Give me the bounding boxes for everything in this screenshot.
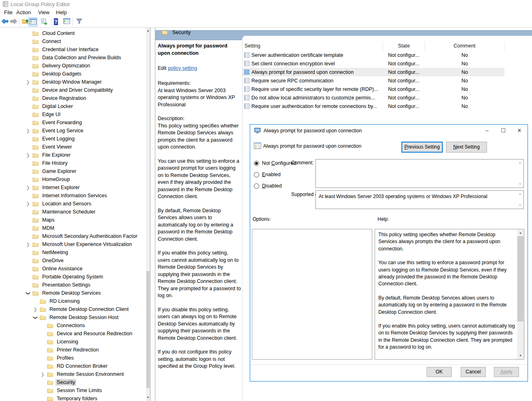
options-box[interactable] <box>252 229 372 360</box>
comment-scroll-arrows[interactable]: ▲▼ <box>517 160 523 187</box>
supported-on-field[interactable]: At least Windows Server 2003 operating s… <box>315 190 524 209</box>
tree-scrollbar-thumb[interactable] <box>146 271 150 388</box>
scroll-down-icon[interactable]: ▾ <box>517 353 524 359</box>
tree-item-edge-ui[interactable]: Edge UI <box>24 110 146 119</box>
column-header-state[interactable]: State <box>383 42 425 50</box>
tree-item-file-explorer[interactable]: ❯File Explorer <box>24 151 146 159</box>
scroll-up-icon[interactable]: ▴ <box>517 229 524 236</box>
settings-row-do-not-allow-local-administrators-to-customize-permis[interactable]: Do not allow local administrators to cus… <box>242 93 504 102</box>
settings-row-require-secure-rpc-communication[interactable]: Require secure RPC communicationNot conf… <box>242 76 504 85</box>
dialog-title-bar[interactable]: Always prompt for password upon connecti… <box>250 125 528 137</box>
tree-item-delivery-optimization[interactable]: Delivery Optimization <box>24 62 146 70</box>
chevron-down-icon[interactable]: ❯ <box>33 313 38 322</box>
pane-splitter[interactable] <box>150 28 155 401</box>
filter-icon[interactable] <box>76 18 83 26</box>
close-icon[interactable]: ✕ <box>511 125 528 136</box>
supported-scroll-arrows[interactable]: ▲▼ <box>517 192 523 208</box>
tree-item-connections[interactable]: Connections <box>38 321 146 330</box>
tree-item-device-and-resource-redirection[interactable]: Device and Resource Redirection <box>38 330 146 338</box>
tree-item-file-history[interactable]: File History <box>24 159 146 167</box>
tree-item-game-explorer[interactable]: Game Explorer <box>24 167 146 175</box>
tree-item-device-and-driver-compatibility[interactable]: Device and Driver Compatibility <box>24 86 146 94</box>
radio-disabled[interactable]: Disabled <box>254 183 282 189</box>
settings-row-always-prompt-for-password-upon-connection[interactable]: Always prompt for password upon connecti… <box>242 68 504 76</box>
tree-scrollbar[interactable]: ▴ ▾ <box>146 28 150 401</box>
help-scrollbar-thumb[interactable] <box>517 236 523 321</box>
comment-field[interactable]: ▲▼ <box>315 159 524 188</box>
tree-item-device-registration[interactable]: Device Registration <box>24 94 146 102</box>
apply-button[interactable]: Apply <box>494 367 519 377</box>
tree-item-microsoft-user-experience-virtualization[interactable]: ❯Microsoft User Experience Virtualizatio… <box>24 240 146 248</box>
chevron-right-icon[interactable]: ❯ <box>24 153 32 158</box>
tree-item-licensing[interactable]: Licensing <box>38 338 146 346</box>
next-setting-button[interactable]: Next Setting <box>446 142 487 153</box>
tree-item-profiles[interactable]: Profiles <box>38 354 146 362</box>
back-icon[interactable] <box>1 18 9 26</box>
show-console-tree-icon[interactable] <box>28 17 37 26</box>
settings-row-set-client-connection-encryption-level[interactable]: Set client connection encryption levelNo… <box>242 59 504 68</box>
tree-item-microsoft-secondary-authentication-factor[interactable]: Microsoft Secondary Authentication Facto… <box>24 232 146 240</box>
tree-item-location-and-sensors[interactable]: ❯Location and Sensors <box>24 200 146 208</box>
tree-item-homegroup[interactable]: HomeGroup <box>24 175 146 183</box>
chevron-right-icon[interactable]: ❯ <box>31 307 40 312</box>
up-one-level-folder-icon[interactable] <box>22 18 29 26</box>
menu-view[interactable]: View <box>36 9 51 16</box>
ok-button[interactable]: OK <box>427 367 452 377</box>
column-header-setting[interactable]: Setting <box>242 42 383 50</box>
tree-item-online-assistance[interactable]: Online Assistance <box>24 265 146 273</box>
tree-item-cloud-content[interactable]: Cloud Content <box>24 29 146 37</box>
tree-item-event-viewer[interactable]: Event Viewer <box>24 143 146 151</box>
radio-circle-icon[interactable] <box>254 161 259 166</box>
chevron-right-icon[interactable]: ❯ <box>24 201 32 207</box>
tree-item-remote-desktop-connection-client[interactable]: ❯Remote Desktop Connection Client <box>31 305 146 313</box>
tree-item-event-logging[interactable]: Event Logging <box>24 135 146 143</box>
tree-item-desktop-window-manager[interactable]: ❯Desktop Window Manager <box>24 78 146 86</box>
radio-circle-icon[interactable] <box>254 183 259 189</box>
chevron-right-icon[interactable]: ❯ <box>38 372 47 377</box>
column-header-comment[interactable]: Comment <box>425 42 504 50</box>
tree-item-netmeeting[interactable]: NetMeeting <box>24 248 146 257</box>
tree-item-event-forwarding[interactable]: Event Forwarding <box>24 119 146 127</box>
chevron-right-icon[interactable]: ❯ <box>24 185 32 190</box>
chevron-right-icon[interactable]: ❯ <box>24 242 32 247</box>
tree-item-event-log-service[interactable]: ❯Event Log Service <box>24 127 146 135</box>
tree-item-digital-locker[interactable]: Digital Locker <box>24 102 146 110</box>
tree-item-maps[interactable]: Maps <box>24 216 146 224</box>
tree-item-printer-redirection[interactable]: Printer Redirection <box>38 346 146 354</box>
tree-item-desktop-gadgets[interactable]: Desktop Gadgets <box>24 70 146 78</box>
extended-standard-view-icon[interactable] <box>63 18 70 25</box>
settings-row-require-user-authentication-for-remote-connections-by[interactable]: Require user authentication for remote c… <box>242 102 504 110</box>
settings-row-server-authentication-certificate-template[interactable]: Server authentication certificate templa… <box>242 51 504 59</box>
tree-item-remote-desktop-services[interactable]: ❯Remote Desktop Services <box>24 289 146 297</box>
scroll-down-icon[interactable]: ▾ <box>146 395 150 401</box>
tree-item-onedrive[interactable]: OneDrive <box>24 257 146 265</box>
chevron-right-icon[interactable]: ❯ <box>24 128 32 134</box>
export-list-icon[interactable] <box>41 18 47 26</box>
minimize-icon[interactable]: – <box>479 125 495 136</box>
cancel-button[interactable]: Cancel <box>461 367 486 377</box>
tree-item-internet-explorer[interactable]: ❯Internet Explorer <box>24 183 146 192</box>
settings-row-require-use-of-specific-security-layer-for-remote-rdp[interactable]: Require use of specific security layer f… <box>242 85 504 93</box>
chevron-right-icon[interactable]: ❯ <box>24 80 32 85</box>
radio-not-configured[interactable]: Not Configured <box>254 160 296 166</box>
tree-item-connect[interactable]: Connect <box>24 37 146 45</box>
tree-item-remote-desktop-session-host[interactable]: ❯Remote Desktop Session Host <box>31 313 146 321</box>
tree-item-mdm[interactable]: MDM <box>24 224 146 232</box>
help-box[interactable]: This policy setting specifies whether Re… <box>375 229 524 360</box>
tree-item-portable-operating-system[interactable]: Portable Operating System <box>24 273 146 281</box>
tree-item-security[interactable]: Security <box>38 378 146 386</box>
tree-item-maintenance-scheduler[interactable]: Maintenance Scheduler <box>24 208 146 216</box>
radio-enabled[interactable]: Enabled <box>254 172 281 177</box>
scroll-up-icon[interactable]: ▴ <box>146 28 150 34</box>
previous-setting-button[interactable]: Previous Setting <box>401 142 443 153</box>
help-icon[interactable]: ? <box>54 18 58 25</box>
tree-item-data-collection-and-preview-builds[interactable]: Data Collection and Preview Builds <box>24 54 146 62</box>
tree-item-session-time-limits[interactable]: Session Time Limits <box>38 386 146 395</box>
help-scrollbar[interactable]: ▴ ▾ <box>517 229 524 359</box>
tree-item-remote-session-environment[interactable]: ❯Remote Session Environment <box>38 370 146 378</box>
chevron-down-icon[interactable]: ❯ <box>26 289 31 298</box>
tree-item-internet-information-services[interactable]: Internet Information Services <box>24 192 146 200</box>
maximize-icon[interactable]: ☐ <box>495 125 511 136</box>
tree-item-credential-user-interface[interactable]: Credential User Interface <box>24 45 146 54</box>
menu-help[interactable]: Help <box>54 9 69 16</box>
